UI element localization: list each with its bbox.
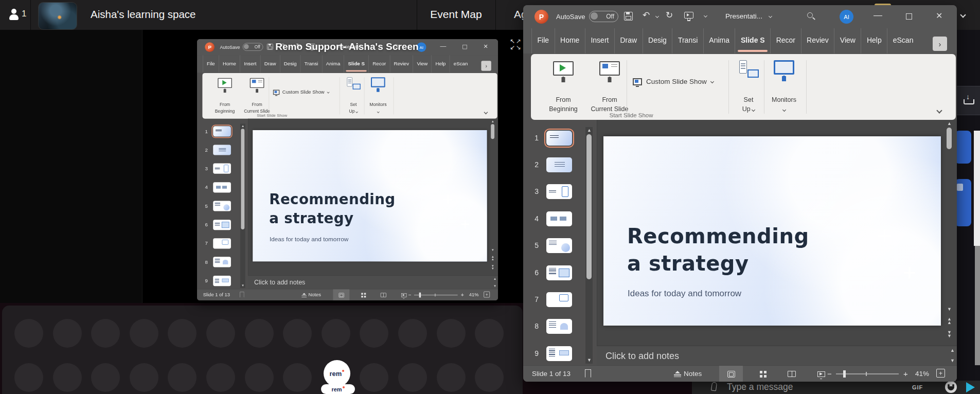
participant-avatar[interactable] [283,363,312,392]
scroll-down-icon[interactable]: ▼ [491,248,494,252]
tab-record[interactable]: Recor [770,28,800,53]
tab-design[interactable]: Desig [280,55,300,73]
normal-view-button[interactable] [719,366,743,382]
remo-avatar[interactable]: rem [324,360,350,387]
notes-toggle[interactable]: Notes [301,292,321,297]
slide-sorter-view-button[interactable] [355,289,372,300]
tab-slide-show[interactable]: Slide S [344,55,369,73]
notes-pane[interactable]: Click to add notes ▲ ▼ [248,275,498,289]
scroll-down-icon[interactable]: ▼ [241,284,244,287]
maximize-button[interactable] [462,45,467,49]
slide-thumbnail-8[interactable] [213,257,231,267]
tab-insert[interactable]: Insert [585,28,614,53]
redo-icon[interactable]: ↻ [666,10,673,21]
slide-thumbnail-7[interactable] [546,292,572,307]
search-icon[interactable] [807,12,813,18]
slide-title[interactable]: Recommending a strategy [269,190,395,228]
tab-transitions[interactable]: Transi [672,28,703,53]
presentation-filename[interactable]: Presentati... [725,12,762,20]
slide-sorter-view-button[interactable] [752,366,775,382]
scroll-up-icon[interactable]: ▲ [241,124,244,128]
close-button[interactable]: ✕ [936,11,942,21]
slide-thumbnail-8[interactable] [546,319,572,334]
zoom-level[interactable]: 41% [469,292,479,297]
participant-avatar[interactable] [14,363,43,392]
scroll-down-icon[interactable]: ▼ [947,307,952,312]
tab-review[interactable]: Reviev [801,28,834,53]
slide-title[interactable]: Recommending a strategy [627,223,809,277]
monitors-button[interactable]: Monitors [365,73,391,119]
notes-placeholder[interactable]: Click to add notes [605,351,679,362]
participant-avatar[interactable] [245,363,274,392]
slide-thumbnail-2[interactable] [546,157,572,172]
autosave-toggle[interactable]: Off [589,11,618,22]
participant-avatar[interactable] [283,319,312,348]
custom-slide-show-button[interactable]: Custom Slide Show [633,78,714,85]
slide-thumbnail-1[interactable] [546,131,572,146]
attachment-paperclip-icon[interactable] [711,382,717,391]
tab-view[interactable]: View [413,55,431,73]
from-current-slide-button[interactable]: From Current Slide [239,73,275,119]
from-current-slide-button[interactable]: From Current Slide [583,54,636,120]
participant-avatar[interactable] [437,319,466,348]
notes-toggle[interactable]: Notes [674,370,702,378]
thumbnail-scrollbar[interactable]: ▲ ▼ [240,123,245,288]
ribbon-collapse-chevron[interactable] [484,110,488,114]
slide-subtitle[interactable]: Ideas for today and tomorrow [270,236,348,243]
close-button[interactable]: ✕ [484,43,488,50]
participant-avatar[interactable] [398,363,427,392]
tab-view[interactable]: View [834,28,861,53]
slide-thumbnail-9[interactable] [546,346,572,361]
blue-tile-with-icon[interactable] [955,179,971,226]
save-icon[interactable] [624,12,633,21]
gif-button[interactable]: GIF [912,384,923,390]
slide-thumbnail-1[interactable] [213,126,231,136]
slide-thumbnail-9[interactable] [213,276,231,286]
participant-avatar[interactable] [206,319,235,348]
minimize-button[interactable]: — [440,43,447,50]
tab-animations[interactable]: Anima [703,28,735,53]
zoom-in-button[interactable]: + [903,369,908,378]
slide-thumbnail-4[interactable] [546,211,572,226]
slide-thumbnail-3[interactable] [213,164,231,174]
normal-view-button[interactable] [333,289,349,300]
participant-avatar[interactable] [53,363,82,392]
emoji-button[interactable] [945,381,957,393]
tab-transitions[interactable]: Transi [300,55,322,73]
participant-avatar[interactable] [322,319,350,348]
tab-escan[interactable]: eScan [450,55,472,73]
notes-pane[interactable]: Click to add notes ▲ ▼ [597,346,957,365]
slide-thumbnail-7[interactable] [213,238,231,248]
more-tabs-button[interactable]: › [933,37,947,51]
custom-slide-show-button[interactable]: Custom Slide Show [273,89,329,95]
minimize-button[interactable]: — [874,10,882,21]
tab-home[interactable]: Home [219,55,240,73]
slide-thumbnail-5[interactable] [546,238,572,253]
slide-thumbnail-3[interactable] [546,184,572,199]
participant-avatar[interactable] [475,363,504,392]
tab-file[interactable]: File [531,28,555,53]
chat-message-input[interactable]: Type a message [727,382,793,392]
slide-thumbnail-6[interactable] [546,265,572,280]
powerpoint-window[interactable]: P AutoSave Off ↶ ↻ Presentati... AI — ✕ … [523,5,957,382]
participant-avatar[interactable] [245,319,274,348]
fit-slide-to-window-icon[interactable]: + [484,292,490,298]
shared-screen-ppt-window[interactable]: Remo Support- Aisha's Screen P AutoSave … [197,39,498,300]
current-slide[interactable]: Recommending a strategy Ideas for today … [253,130,487,261]
tab-animations[interactable]: Anima [322,55,344,73]
current-slide[interactable]: Recommending a strategy Ideas for today … [603,136,941,326]
set-up-button[interactable]: Set Up [730,54,767,120]
undo-icon[interactable]: ↶ [643,10,650,21]
download-icon[interactable] [964,94,973,104]
zoom-out-button[interactable]: − [408,292,411,298]
fullscreen-expand-icon[interactable]: ↖↗↙↘ [508,38,524,52]
slide-thumbnail-5[interactable] [213,201,231,211]
scroll-down-icon[interactable]: ▼ [587,358,592,363]
scrollbar-thumb[interactable] [491,124,494,139]
next-slide-icon[interactable]: ▼▼ [947,331,952,338]
participant-avatar[interactable] [437,363,466,392]
participant-avatar[interactable] [91,319,120,348]
zoom-slider-thumb[interactable] [843,370,846,378]
tab-help[interactable]: Help [432,55,450,73]
participant-avatar[interactable] [475,319,504,348]
